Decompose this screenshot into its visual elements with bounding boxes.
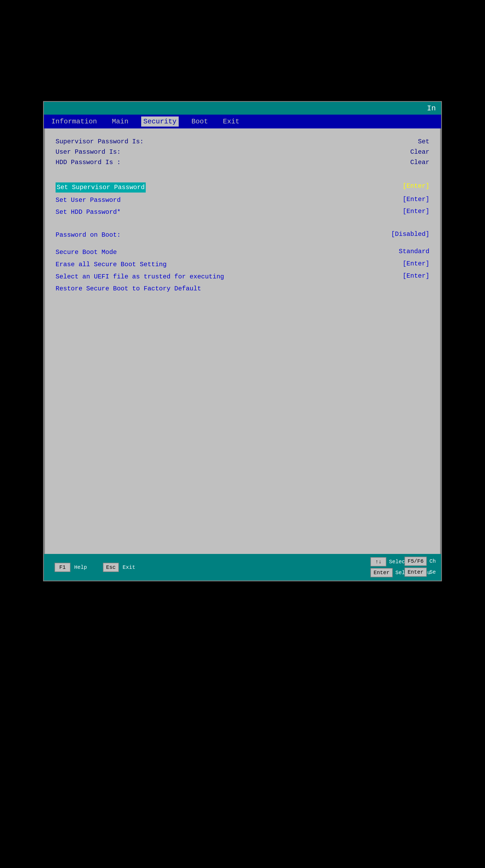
- action-label: Set Supervisor Password: [56, 182, 146, 192]
- secure-boot-label: Secure Boot Mode: [56, 248, 117, 257]
- secure-boot-row[interactable]: Erase all Secure Boot Setting [Enter]: [56, 258, 429, 271]
- menu-item-security[interactable]: Security: [141, 117, 179, 127]
- secure-boot-row[interactable]: Secure Boot Mode Standard: [56, 246, 429, 258]
- action-row[interactable]: Set User Password [Enter]: [56, 194, 429, 206]
- f1-hint: F1 Help: [55, 563, 87, 572]
- status-row: Supervisor Password Is: Set: [56, 136, 429, 147]
- status-value: Clear: [376, 159, 429, 166]
- secure-boot-section: Secure Boot Mode Standard Erase all Secu…: [56, 246, 429, 294]
- bios-screen: In InformationMainSecurityBootExit Super…: [43, 101, 442, 581]
- secure-boot-row[interactable]: Restore Secure Boot to Factory Default: [56, 283, 429, 295]
- enter-key: Enter: [370, 568, 393, 577]
- content-area: Supervisor Password Is: Set User Passwor…: [44, 128, 441, 554]
- secure-boot-value: Standard: [376, 248, 429, 255]
- menu-item-boot[interactable]: Boot: [189, 117, 210, 127]
- f1-key: F1: [55, 563, 70, 572]
- menu-bar: InformationMainSecurityBootExit: [44, 115, 441, 128]
- top-bar: In: [44, 102, 441, 115]
- password-on-boot-label: Password on Boot:: [56, 230, 121, 240]
- f5f6-key: F5/F6: [405, 557, 427, 566]
- secure-boot-value: [Enter]: [376, 272, 429, 279]
- ch-label: Ch: [429, 558, 436, 564]
- se-label: Se: [429, 569, 436, 575]
- status-value: Clear: [376, 148, 429, 156]
- status-label: User Password Is:: [56, 148, 121, 156]
- arrow-keys: ↑↓: [370, 557, 386, 566]
- far-right-hints: F5/F6 Ch Enter Se: [405, 557, 436, 577]
- status-label: HDD Password Is :: [56, 159, 121, 166]
- secure-boot-label: Erase all Secure Boot Setting: [56, 260, 167, 269]
- status-row: User Password Is: Clear: [56, 147, 429, 157]
- menu-item-information[interactable]: Information: [49, 117, 99, 127]
- action-value: [Enter]: [376, 208, 429, 215]
- action-label: Set HDD Password*: [56, 208, 121, 217]
- menu-item-exit[interactable]: Exit: [221, 117, 241, 127]
- secure-boot-label: Restore Secure Boot to Factory Default: [56, 284, 201, 293]
- password-on-boot-row[interactable]: Password on Boot: [Disabled]: [56, 229, 429, 241]
- status-row: HDD Password Is : Clear: [56, 157, 429, 167]
- help-label: Help: [74, 564, 87, 570]
- enter-key2: Enter: [405, 567, 427, 577]
- enter-hint2: Enter Se: [405, 567, 436, 577]
- bottom-bar: F1 Help Esc Exit ↑↓ Select Item Enter Se…: [44, 554, 441, 581]
- esc-key: Esc: [103, 563, 119, 572]
- secure-boot-value: [Enter]: [376, 260, 429, 267]
- f5f6-hint: F5/F6 Ch: [405, 557, 436, 566]
- password-on-boot-value: [Disabled]: [376, 230, 429, 238]
- action-label: Set User Password: [56, 196, 121, 205]
- action-value: [Enter]: [376, 182, 429, 190]
- secure-boot-label: Select an UEFI file as trusted for execu…: [56, 272, 224, 281]
- menu-item-main[interactable]: Main: [110, 117, 131, 127]
- secure-boot-row[interactable]: Select an UEFI file as trusted for execu…: [56, 271, 429, 283]
- status-label: Supervisor Password Is:: [56, 138, 143, 145]
- exit-label: Exit: [123, 564, 135, 570]
- action-row[interactable]: Set HDD Password* [Enter]: [56, 206, 429, 218]
- status-value: Set: [376, 138, 429, 145]
- action-value: [Enter]: [376, 196, 429, 203]
- esc-hint: Esc Exit: [103, 563, 135, 572]
- password-action-section: Set Supervisor Password [Enter] Set User…: [56, 181, 429, 218]
- top-bar-label: In: [427, 104, 436, 113]
- action-row[interactable]: Set Supervisor Password [Enter]: [56, 181, 429, 194]
- password-status-section: Supervisor Password Is: Set User Passwor…: [56, 136, 429, 167]
